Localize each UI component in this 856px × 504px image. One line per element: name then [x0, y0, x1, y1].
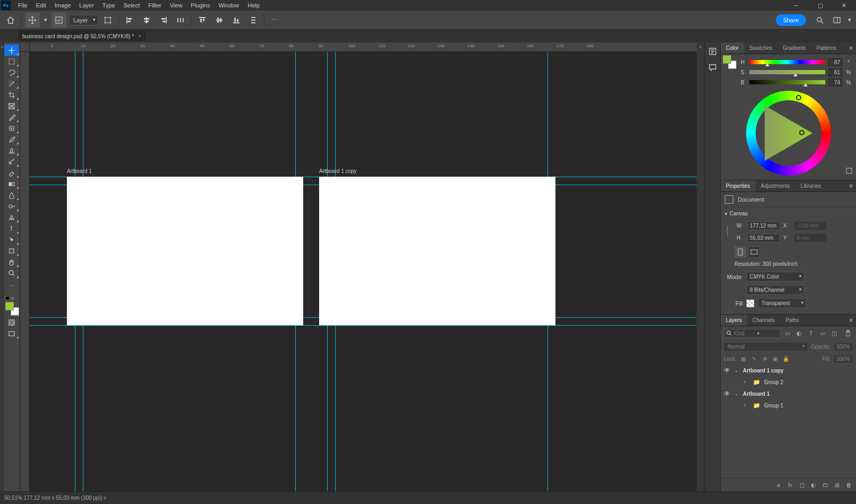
layer-group-2[interactable]: 👁 › 📁 Group 2 — [721, 376, 856, 388]
bit-depth-select[interactable]: 8 Bits/Channel — [746, 285, 804, 295]
link-dimensions-icon[interactable] — [725, 220, 730, 244]
brightness-value[interactable]: 74 — [828, 79, 842, 86]
distribute-v-icon[interactable] — [246, 13, 261, 28]
toolbox-expand-handle[interactable]: » — [0, 42, 4, 491]
auto-select-toggle[interactable] — [52, 13, 66, 28]
orientation-landscape[interactable] — [748, 246, 760, 258]
menu-layer[interactable]: Layer — [75, 1, 98, 10]
tool-options-caret[interactable]: ▾ — [42, 13, 49, 28]
brightness-slider[interactable] — [749, 80, 825, 85]
menu-help[interactable]: Help — [244, 1, 264, 10]
menu-plugins[interactable]: Plugins — [186, 1, 214, 10]
artboard-1-label[interactable]: Artboard 1 — [67, 168, 92, 174]
distribute-h-icon[interactable] — [173, 13, 188, 28]
move-tool-icon[interactable] — [25, 13, 40, 28]
blur-tool[interactable] — [4, 189, 19, 201]
ruler-vertical[interactable] — [20, 52, 30, 491]
align-top-icon[interactable] — [195, 13, 210, 28]
layer-collapse-toggle[interactable]: ⌄ — [734, 391, 740, 396]
swap-colors-icon[interactable]: ⤭ — [11, 296, 14, 301]
artboard-1-copy[interactable]: Artboard 1 copy — [319, 177, 555, 325]
fill-swatch[interactable] — [746, 299, 755, 308]
share-button[interactable]: Share — [776, 14, 806, 26]
guide-horizontal[interactable] — [30, 325, 697, 326]
menu-window[interactable]: Window — [214, 1, 243, 10]
eraser-tool[interactable] — [4, 167, 19, 178]
lock-transparent-icon[interactable]: ▦ — [740, 355, 747, 363]
color-mode-select[interactable]: CMYK Color — [746, 272, 804, 282]
menu-file[interactable]: File — [14, 1, 32, 10]
saturation-value[interactable]: 61 — [828, 68, 842, 76]
menu-select[interactable]: Select — [119, 1, 144, 10]
layers-panel-menu-icon[interactable]: ≡ — [846, 315, 856, 326]
hue-ring-handle[interactable] — [796, 95, 801, 100]
clone-stamp-tool[interactable] — [4, 145, 19, 156]
lock-all-icon[interactable]: 🔒 — [782, 355, 790, 363]
tab-channels[interactable]: Channels — [747, 315, 780, 326]
tab-adjustments[interactable]: Adjustments — [756, 180, 795, 192]
menu-edit[interactable]: Edit — [32, 1, 50, 10]
visibility-toggle[interactable]: 👁 — [724, 390, 731, 397]
window-minimize[interactable]: ─ — [784, 0, 808, 11]
tab-paths[interactable]: Paths — [780, 315, 804, 326]
new-layer-icon[interactable]: ⊞ — [833, 481, 841, 489]
artboard-1-copy-label[interactable]: Artboard 1 copy — [319, 168, 357, 174]
properties-panel-menu-icon[interactable]: ≡ — [846, 180, 856, 192]
layer-group-1[interactable]: 👁 › 📁 Group 1 — [721, 399, 856, 411]
tab-properties[interactable]: Properties — [721, 180, 756, 192]
layer-collapse-toggle[interactable]: › — [744, 379, 749, 385]
visibility-toggle[interactable]: 👁 — [733, 402, 741, 409]
foreground-background-colors[interactable] — [5, 302, 19, 316]
transform-controls-toggle[interactable] — [100, 13, 115, 28]
layer-mask-icon[interactable]: ◻ — [798, 481, 806, 489]
tab-color[interactable]: Color — [721, 42, 744, 54]
shape-tool[interactable] — [4, 245, 19, 256]
link-layers-icon[interactable]: ⌀ — [774, 481, 783, 489]
hue-slider[interactable] — [749, 60, 825, 65]
fill-select[interactable]: Transparent — [758, 298, 807, 308]
color-panel-fg-bg[interactable] — [723, 55, 737, 69]
filter-smartobject-icon[interactable]: ◫ — [829, 328, 839, 338]
align-bottom-icon[interactable] — [229, 13, 244, 28]
delete-layer-icon[interactable]: 🗑 — [844, 481, 853, 489]
window-maximize[interactable]: ▢ — [808, 0, 832, 11]
search-icon[interactable] — [812, 13, 827, 28]
align-hcenter-icon[interactable] — [139, 13, 154, 28]
tab-patterns[interactable]: Patterns — [811, 42, 842, 54]
align-right-icon[interactable] — [156, 13, 171, 28]
zoom-tool[interactable] — [4, 267, 19, 279]
dodge-tool[interactable] — [4, 201, 19, 212]
hand-tool[interactable] — [4, 256, 19, 267]
history-panel-icon[interactable] — [707, 46, 718, 57]
crop-tool[interactable] — [4, 89, 19, 100]
align-left-icon[interactable] — [122, 13, 137, 28]
color-panel-expand-icon[interactable] — [845, 167, 853, 176]
canvas-height-input[interactable]: 55,03 mm — [747, 233, 780, 242]
lasso-tool[interactable] — [4, 67, 19, 78]
visibility-toggle[interactable]: 👁 — [733, 378, 741, 386]
tab-layers[interactable]: Layers — [721, 315, 747, 326]
filter-shape-icon[interactable]: ▱ — [818, 328, 827, 338]
foreground-color[interactable] — [5, 302, 14, 310]
history-brush-tool[interactable] — [4, 156, 19, 167]
adjustment-layer-icon[interactable]: ◐ — [809, 481, 818, 489]
filter-toggle-switch[interactable] — [843, 328, 853, 338]
path-selection-tool[interactable] — [4, 234, 19, 245]
menu-image[interactable]: Image — [50, 1, 75, 10]
canvas-section-toggle[interactable]: ▾ Canvas — [721, 207, 856, 220]
document-tab-close[interactable]: × — [138, 33, 141, 39]
color-wheel[interactable] — [746, 91, 831, 176]
pen-tool[interactable] — [4, 212, 19, 223]
screen-mode-toggle[interactable] — [4, 328, 19, 339]
workspace-switcher-icon[interactable] — [829, 13, 844, 28]
menu-type[interactable]: Type — [98, 1, 119, 10]
auto-select-target[interactable]: Layer — [69, 15, 98, 25]
tab-swatches[interactable]: Swatches — [744, 42, 777, 54]
ruler-origin[interactable] — [20, 42, 30, 52]
home-button[interactable] — [3, 13, 18, 28]
color-triangle-handle[interactable] — [799, 130, 804, 135]
quick-mask-toggle[interactable] — [4, 317, 19, 328]
color-panel-menu-icon[interactable]: ≡ — [846, 42, 856, 54]
filter-pixel-icon[interactable]: ▭ — [783, 328, 792, 338]
new-group-icon[interactable]: 🗀 — [821, 481, 829, 489]
